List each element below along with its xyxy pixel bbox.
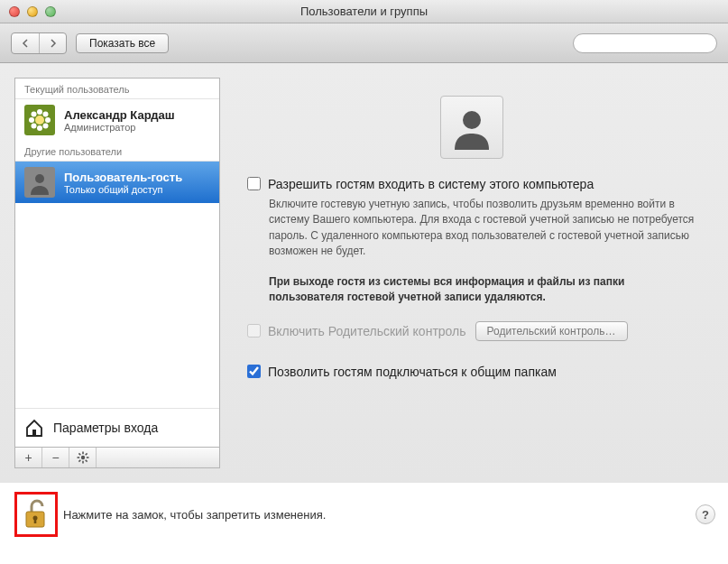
chevron-right-icon [49,39,58,48]
flower-avatar-icon [27,107,52,133]
add-user-button[interactable]: + [15,448,42,467]
user-row-guest[interactable]: Пользователь-гость Только общий доступ [15,162,219,203]
sidebar: Текущий пользователь Александр Кардаш Ад… [14,78,220,468]
allow-guests-row: Разрешить гостям входить в систему этого… [247,177,696,191]
silhouette-icon [27,170,52,195]
svg-point-8 [43,112,49,117]
svg-line-21 [78,460,80,462]
svg-point-9 [32,124,37,129]
help-button[interactable]: ? [696,504,715,524]
svg-rect-12 [32,430,36,436]
footer: Нажмите на замок, чтобы запретить измене… [0,483,728,546]
search-field[interactable] [573,33,717,53]
open-parental-controls-label: Родительский контроль… [487,325,616,337]
svg-point-2 [35,116,44,125]
minus-icon: − [51,450,59,465]
allow-shares-label: Позволить гостям подключаться к общим па… [268,365,557,379]
guest-note-text: Включите гостевую учетную запись, чтобы … [269,197,696,260]
silhouette-icon [449,105,494,150]
lock-text: Нажмите на замок, чтобы запретить измене… [63,508,326,522]
svg-line-20 [85,453,87,455]
svg-point-5 [29,117,34,123]
lock-highlight-box [14,492,58,537]
back-button[interactable] [12,33,39,53]
user-role: Администратор [64,122,175,133]
body-area: Текущий пользователь Александр Кардаш Ад… [0,63,728,483]
gear-icon [77,451,89,464]
avatar [24,167,55,198]
minimize-window-button[interactable] [27,6,38,17]
nav-buttons [11,32,67,54]
user-row-current[interactable]: Александр Кардаш Администратор [15,99,219,141]
plus-icon: + [24,450,32,465]
svg-point-10 [43,124,49,129]
svg-point-13 [80,456,84,459]
svg-point-11 [35,174,44,183]
zoom-window-button[interactable] [45,6,56,17]
login-options-button[interactable]: Параметры входа [15,408,219,447]
show-all-label: Показать все [89,37,155,50]
toolbar: Показать все [0,23,728,63]
chevron-left-icon [21,39,30,48]
svg-rect-26 [34,518,37,523]
svg-point-22 [463,111,481,129]
window-title: Пользователи и группы [0,5,728,18]
forward-button[interactable] [39,33,66,53]
close-window-button[interactable] [9,6,20,17]
house-icon [24,418,44,438]
user-name: Пользователь-гость [64,171,182,184]
user-role: Только общий доступ [64,184,182,195]
content-pane: Разрешить гостям входить в систему этого… [220,78,714,468]
svg-point-3 [37,109,42,115]
unlocked-padlock-icon[interactable] [23,498,50,531]
svg-line-18 [78,453,80,455]
open-parental-controls-button[interactable]: Родительский контроль… [475,321,628,341]
login-options-label: Параметры входа [53,421,158,435]
user-name: Александр Кардаш [64,108,175,122]
search-input[interactable] [585,37,721,50]
svg-point-7 [32,112,37,117]
other-users-section-label: Другие пользователи [15,141,219,162]
allow-guests-checkbox[interactable] [247,177,261,190]
parental-enable-label: Включить Родительский контроль [268,324,466,338]
avatar [24,105,55,135]
show-all-button[interactable]: Показать все [76,33,169,53]
user-list: Текущий пользователь Александр Кардаш Ад… [14,78,220,447]
svg-point-4 [37,125,42,131]
allow-guests-label: Разрешить гостям входить в систему этого… [268,177,594,191]
svg-point-6 [45,117,51,123]
svg-line-19 [85,460,87,462]
question-mark-icon: ? [702,508,709,522]
remove-user-button[interactable]: − [42,448,69,467]
actions-button[interactable] [69,448,97,467]
parental-control-row: Включить Родительский контроль Родительс… [247,321,696,341]
guest-logout-note-text: При выходе гостя из системы вся информац… [269,274,696,306]
window-controls [9,6,56,17]
allow-shares-checkbox[interactable] [247,365,261,378]
selected-user-avatar[interactable] [440,96,503,159]
sidebar-toolbar: + − [14,447,220,468]
titlebar: Пользователи и группы [0,0,728,23]
parental-enable-checkbox [247,324,261,337]
current-user-section-label: Текущий пользователь [15,79,219,99]
allow-shares-row: Позволить гостям подключаться к общим па… [247,365,696,379]
